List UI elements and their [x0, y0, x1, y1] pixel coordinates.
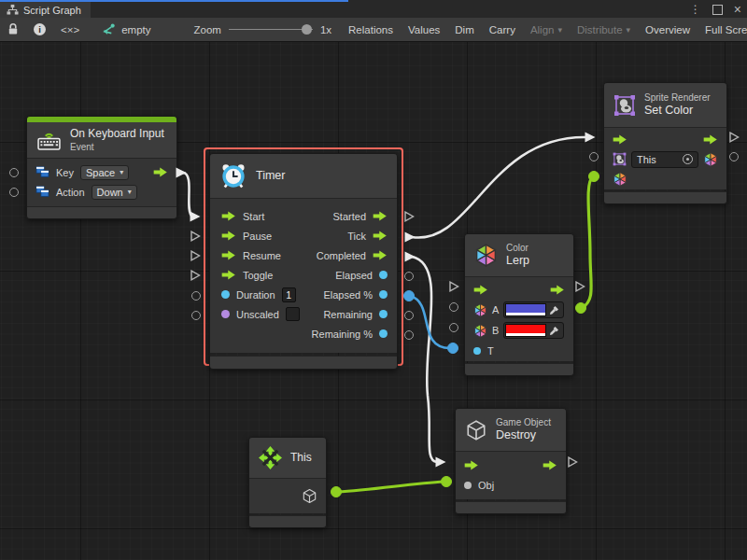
node-timer[interactable]: Timer Start Pause Resume Toggle Duration… [209, 153, 398, 370]
t-in-port[interactable] [473, 347, 481, 355]
keyboard-action-ext-port[interactable] [9, 188, 19, 197]
exec-out-port[interactable] [550, 285, 565, 295]
zoom-slider-handle[interactable] [302, 24, 312, 35]
color-wheel-icon[interactable] [473, 303, 487, 317]
destroy-exit-port[interactable] [566, 455, 579, 469]
lock-button[interactable] [0, 18, 26, 41]
keyboard-out-connected-port[interactable] [175, 166, 188, 179]
relations-button[interactable]: Relations [341, 18, 401, 41]
graph-pointer-indicator[interactable]: empty [87, 18, 158, 41]
overview-button[interactable]: Overview [638, 18, 698, 41]
node-header[interactable]: On Keyboard Input Event [27, 122, 176, 159]
exec-in-port[interactable] [613, 134, 627, 145]
node-header[interactable]: Game Object Destroy [456, 409, 566, 452]
keyboard-key-ext-port[interactable] [9, 168, 19, 177]
exec-out-port[interactable] [153, 167, 168, 177]
exec-out-port[interactable] [543, 460, 557, 470]
exec-in-port[interactable] [473, 285, 488, 295]
data-out-port[interactable] [379, 290, 388, 299]
exec-out-port[interactable] [373, 250, 388, 260]
exec-in-port[interactable] [221, 270, 236, 280]
exec-in-port[interactable] [221, 231, 236, 241]
node-destroy[interactable]: Game Object Destroy Obj [455, 408, 567, 514]
timer-elapsedpct-connected-port[interactable] [403, 290, 415, 301]
lerp-a-port[interactable] [449, 302, 458, 312]
timer-started-port[interactable] [402, 210, 416, 223]
data-out-port[interactable] [379, 329, 388, 338]
node-sprite-renderer-set-color[interactable]: Sprite Renderer Set Color This [603, 82, 727, 204]
object-picker-icon[interactable] [683, 154, 693, 164]
exec-in-port[interactable] [221, 211, 236, 221]
exec-out-port[interactable] [703, 134, 718, 145]
dim-button[interactable]: Dim [447, 18, 481, 41]
obj-in-port[interactable] [464, 482, 472, 489]
lerp-enter-port[interactable] [447, 280, 460, 293]
carry-button[interactable]: Carry [482, 18, 523, 41]
destroy-enter-connected-port[interactable] [434, 455, 447, 469]
timer-duration-port[interactable] [191, 291, 201, 301]
node-this[interactable]: This [248, 437, 327, 528]
lerp-exit-port[interactable] [573, 280, 586, 293]
align-dropdown[interactable]: Align▾ [523, 18, 570, 41]
exec-in-port[interactable] [464, 460, 479, 470]
color-out-port[interactable] [703, 152, 718, 167]
setcolor-enter-connected-port[interactable] [584, 131, 597, 144]
setcolor-target-port[interactable] [589, 152, 599, 161]
node-header[interactable]: This [249, 438, 326, 479]
color-b-swatch[interactable] [505, 324, 546, 337]
color-a-control[interactable] [503, 301, 564, 318]
destroy-obj-connected-port[interactable] [441, 476, 452, 487]
this-out-connected-port[interactable] [331, 486, 342, 497]
tab-script-graph[interactable]: Script Graph [0, 2, 91, 18]
eyedropper-icon[interactable] [548, 325, 560, 337]
timer-toggle-port[interactable] [189, 269, 202, 282]
color-out-port[interactable] [573, 302, 574, 317]
exec-in-port[interactable] [221, 250, 236, 260]
fullscreen-button[interactable]: Full Screen [698, 18, 747, 41]
eyedropper-icon[interactable] [548, 304, 560, 316]
color-wheel-icon[interactable] [473, 324, 487, 338]
exec-out-port[interactable] [373, 231, 388, 241]
timer-remaining-port[interactable] [404, 311, 414, 320]
maximize-icon[interactable] [712, 5, 723, 15]
node-color-lerp[interactable]: Color Lerp A B [464, 233, 574, 376]
lerp-result-connected-port[interactable] [575, 302, 586, 314]
color-a-swatch[interactable] [505, 303, 546, 316]
timer-completed-connected-port[interactable] [403, 250, 416, 263]
close-icon[interactable]: × [734, 2, 741, 17]
data-out-port[interactable] [379, 271, 388, 279]
timer-remainingpct-port[interactable] [404, 330, 414, 340]
exec-out-port[interactable] [373, 211, 388, 221]
lerp-b-port[interactable] [449, 323, 458, 332]
data-in-port[interactable] [221, 290, 230, 299]
duration-value-field[interactable]: 1 [282, 287, 296, 302]
window-menu-icon[interactable]: ⋮ [690, 2, 701, 17]
key-dropdown[interactable]: Space ▾ [80, 165, 129, 180]
node-on-keyboard-input[interactable]: On Keyboard Input Event Key Space ▾ Acti… [26, 116, 177, 219]
values-button[interactable]: Values [401, 18, 447, 41]
action-dropdown[interactable]: Down ▾ [92, 185, 137, 200]
node-header[interactable]: Timer [210, 154, 397, 199]
color-b-control[interactable] [503, 322, 564, 339]
unscaled-checkbox[interactable] [286, 307, 300, 321]
timer-start-connected-port[interactable] [189, 210, 202, 223]
timer-resume-port[interactable] [189, 249, 202, 262]
data-out-port[interactable] [379, 310, 388, 318]
zoom-slider[interactable] [229, 29, 313, 30]
setcolor-exit-port[interactable] [727, 131, 740, 144]
timer-tick-connected-port[interactable] [403, 231, 416, 244]
timer-unscaled-port[interactable] [191, 311, 201, 320]
setcolor-color-connected-port[interactable] [588, 171, 599, 182]
gameobject-out-port[interactable] [302, 488, 317, 504]
info-button[interactable]: i [26, 18, 53, 41]
color-in-port[interactable] [613, 172, 627, 187]
code-preview-button[interactable]: <×> [53, 18, 87, 41]
node-header[interactable]: Sprite Renderer Set Color [604, 83, 726, 128]
timer-elapsed-port[interactable] [404, 272, 414, 281]
lerp-t-connected-port[interactable] [447, 343, 458, 354]
data-in-port[interactable] [221, 310, 230, 318]
target-object-field[interactable]: This [631, 151, 698, 168]
node-header[interactable]: Color Lerp [465, 234, 573, 277]
setcolor-out-port[interactable] [729, 152, 739, 161]
timer-pause-port[interactable] [189, 230, 202, 243]
